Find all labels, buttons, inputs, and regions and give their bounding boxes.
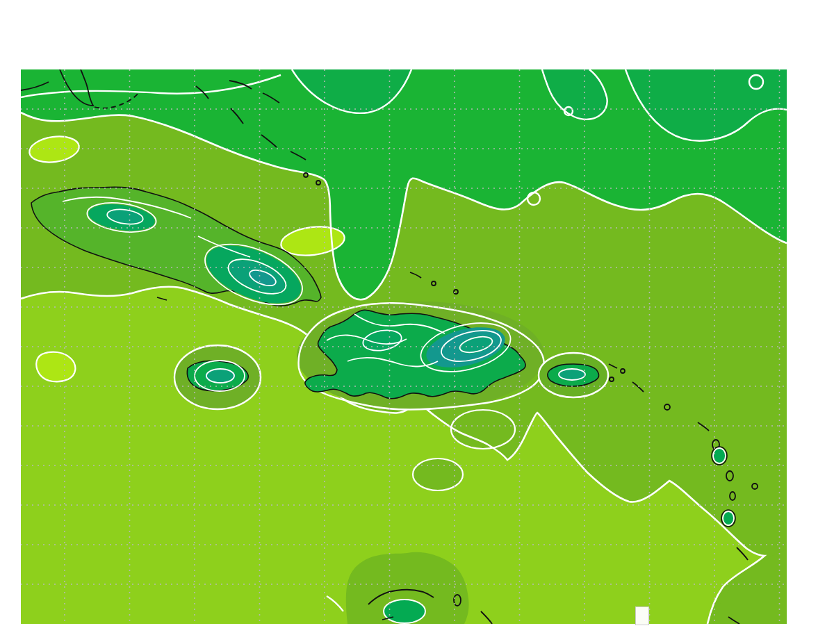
- weather-chart-page: [0, 0, 834, 644]
- temperature-map: [21, 69, 787, 624]
- colorbar: [796, 69, 813, 620]
- watermark: [635, 606, 649, 625]
- jamaica-core: [205, 368, 236, 383]
